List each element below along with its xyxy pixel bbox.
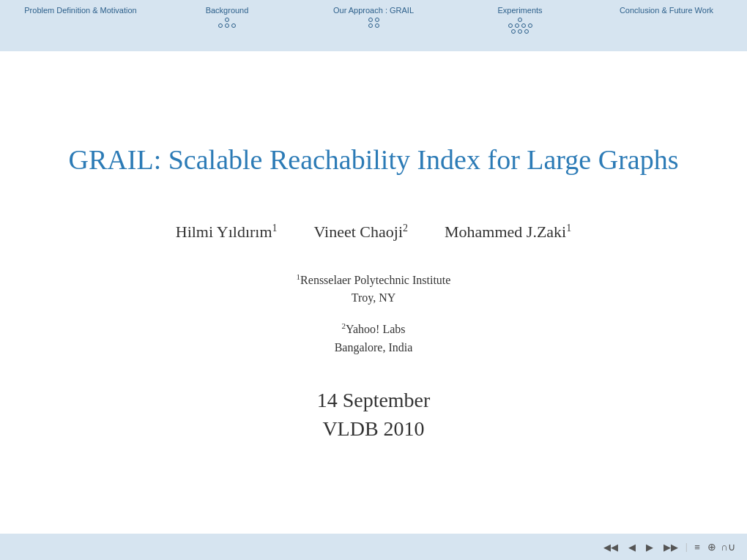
nav-first-button[interactable]: ◀◀ xyxy=(601,540,621,554)
nav-controls: ◀◀ ◀ ▶ ▶▶ | ≡ ⊕ ∩∪ xyxy=(601,540,735,554)
nav-dots-background xyxy=(218,18,236,28)
slide-title: GRAIL: Scalable Reachability Index for L… xyxy=(69,142,679,178)
nav-prev-button[interactable]: ◀ xyxy=(625,540,639,554)
date-line2: VLDB 2010 xyxy=(317,414,431,443)
bottom-bar: ◀◀ ◀ ▶ ▶▶ | ≡ ⊕ ∩∪ xyxy=(0,534,747,560)
nav-separator: | xyxy=(685,542,687,553)
nav-label-conclusion: Conclusion & Future Work xyxy=(620,6,713,15)
zoom-icon[interactable]: ⊕ xyxy=(707,541,716,553)
navigation-bar: Problem Definition & Motivation Backgrou… xyxy=(0,0,747,51)
date-line1: 14 September xyxy=(317,386,431,414)
nav-dots-experiments xyxy=(508,18,532,34)
authors-row: Hilmi Yıldırım1 Vineet Chaoji2 Mohammed … xyxy=(176,223,571,242)
nav-item-problem[interactable]: Problem Definition & Motivation xyxy=(7,4,154,19)
nav-label-background: Background xyxy=(206,6,249,15)
nav-label-approach: Our Approach : GRAIL xyxy=(333,6,414,15)
nav-next-button[interactable]: ▶ xyxy=(643,540,656,554)
author-1: Hilmi Yıldırım1 xyxy=(176,223,278,242)
author-3: Mohammed J.Zaki1 xyxy=(445,223,571,242)
nav-menu-button[interactable]: ≡ xyxy=(691,540,703,554)
nav-dots-approach xyxy=(368,18,379,28)
affiliation-1: 1Rensselaer Polytechnic InstituteTroy, N… xyxy=(297,271,451,307)
date-block: 14 September VLDB 2010 xyxy=(317,386,431,443)
nav-last-button[interactable]: ▶▶ xyxy=(661,540,681,554)
author-2: Vineet Chaoji2 xyxy=(314,223,408,242)
nav-label-experiments: Experiments xyxy=(497,6,542,15)
settings-icon[interactable]: ∩∪ xyxy=(721,541,735,553)
nav-item-background[interactable]: Background xyxy=(154,4,300,29)
nav-item-experiments[interactable]: Experiments xyxy=(447,4,593,35)
nav-item-conclusion[interactable]: Conclusion & Future Work xyxy=(593,4,740,19)
affiliations-block: 1Rensselaer Polytechnic InstituteTroy, N… xyxy=(297,271,451,356)
nav-item-approach[interactable]: Our Approach : GRAIL xyxy=(300,4,447,29)
affiliation-2: 2Yahoo! LabsBangalore, India xyxy=(335,320,413,356)
nav-label-problem: Problem Definition & Motivation xyxy=(24,6,136,15)
slide-content: GRAIL: Scalable Reachability Index for L… xyxy=(0,51,747,534)
